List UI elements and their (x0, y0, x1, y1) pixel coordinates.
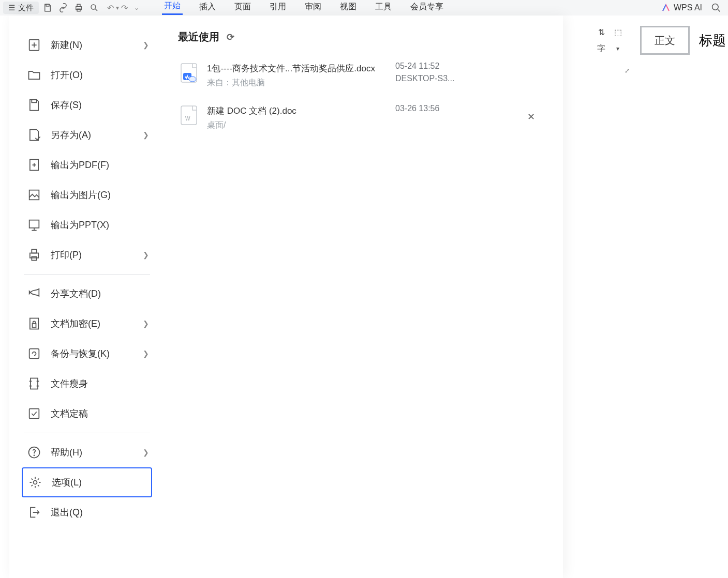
svg-rect-13 (32, 257, 36, 261)
sidebar-item-label: 新建(N) (51, 39, 82, 51)
top-toolbar: ☰ 文件 ↶ ▾ ↷ ⌄ 开始 插入 页面 引用 审阅 视图 工具 会员专享 W… (0, 0, 728, 16)
tab-view[interactable]: 视图 (338, 2, 359, 14)
menu-divider (24, 433, 150, 433)
sidebar-item-new[interactable]: 新建(N) ❯ (22, 30, 152, 60)
undo-dropdown[interactable]: ▾ (116, 4, 119, 11)
sidebar-item-label: 保存(S) (51, 99, 82, 111)
sidebar-item-label: 帮助(H) (51, 446, 82, 459)
toolbar-customize-dropdown[interactable]: ⌄ (134, 4, 139, 11)
chevron-right-icon: ❯ (143, 320, 149, 328)
wps-ai-logo-icon (661, 3, 671, 12)
tab-reference[interactable]: 引用 (268, 2, 288, 14)
sidebar-item-label: 另存为(A) (51, 129, 91, 141)
hamburger-icon: ☰ (8, 3, 15, 12)
sidebar-item-exit[interactable]: 退出(Q) (22, 497, 152, 527)
recent-title: 最近使用 (178, 30, 219, 44)
file-menu-panel: 新建(N) ❯ 打开(O) 保存(S) 另存为(A) ❯ 输出为PDF(F) 输… (9, 16, 563, 578)
svg-point-20 (34, 455, 34, 455)
sidebar-item-label: 输出为PPT(X) (51, 219, 109, 231)
file-name: 1包----商务技术文件...节活动奖品供应.docx (207, 63, 375, 74)
tab-page[interactable]: 页面 (232, 2, 253, 14)
file-menu-button[interactable]: ☰ 文件 (3, 2, 39, 14)
checkmark-doc-icon (27, 406, 41, 421)
sidebar-item-saveas[interactable]: 另存为(A) ❯ (22, 120, 152, 150)
sidebar-item-image[interactable]: 输出为图片(G) (22, 180, 152, 210)
sidebar-item-slim[interactable]: 文件瘦身 (22, 369, 152, 399)
menu-divider (24, 274, 150, 275)
sidebar-item-label: 打开(O) (51, 69, 83, 81)
file-slim-icon (27, 376, 41, 391)
svg-rect-9 (29, 190, 39, 200)
file-name: 新建 DOC 文档 (2).doc (207, 105, 296, 117)
print-preview-icon[interactable] (87, 1, 101, 14)
save-as-icon (27, 128, 41, 142)
help-icon (27, 445, 41, 460)
svg-rect-0 (46, 4, 49, 6)
chevron-right-icon: ❯ (143, 41, 149, 49)
file-menu-label: 文件 (18, 3, 34, 13)
share-arrow-icon (27, 286, 41, 301)
svg-rect-25 (181, 106, 197, 125)
lock-icon (27, 316, 41, 331)
sidebar-item-finalize[interactable]: 文档定稿 (22, 399, 152, 429)
file-device: DESKTOP-S3... (395, 74, 454, 83)
tab-member[interactable]: 会员专享 (408, 2, 445, 14)
wps-ai-button[interactable]: WPS AI (661, 3, 702, 12)
sort-icon[interactable]: ⇅ (596, 26, 607, 38)
share-icon[interactable] (56, 1, 70, 14)
svg-point-21 (34, 481, 37, 484)
sidebar-item-open[interactable]: 打开(O) (22, 60, 152, 90)
sidebar-item-label: 退出(Q) (51, 506, 83, 519)
recent-files-panel: 最近使用 ⟳ 1包----商务技术文件...节活动奖品供应.docx 来自：其他… (165, 16, 563, 578)
sidebar-item-share[interactable]: 分享文档(D) (22, 279, 152, 309)
chinese-layout-icon[interactable]: 字 (596, 43, 607, 54)
svg-point-4 (91, 5, 96, 9)
save-icon[interactable] (41, 1, 54, 14)
svg-rect-3 (77, 9, 80, 11)
style-heading[interactable]: 标题 (699, 32, 726, 50)
sidebar-item-help[interactable]: 帮助(H) ❯ (22, 437, 152, 467)
doc-icon: W (180, 105, 198, 126)
file-source: 来自：其他电脑 (207, 78, 375, 88)
file-source: 桌面/ (207, 120, 296, 131)
sidebar-item-save[interactable]: 保存(S) (22, 90, 152, 120)
tab-review[interactable]: 审阅 (303, 2, 323, 14)
svg-rect-15 (33, 324, 36, 327)
chevron-right-icon: ❯ (143, 251, 149, 259)
export-pdf-icon (27, 158, 41, 172)
recent-file-item[interactable]: W 新建 DOC 文档 (2).doc 桌面/ 03-26 13:56 ✕ (178, 102, 549, 134)
sidebar-item-print[interactable]: 打印(P) ❯ (22, 240, 152, 270)
sidebar-item-label: 分享文档(D) (51, 287, 101, 300)
tab-start[interactable]: 开始 (162, 1, 183, 15)
new-file-icon (27, 38, 41, 52)
style-normal[interactable]: 正文 (640, 26, 690, 55)
sidebar-item-pdf[interactable]: 输出为PDF(F) (22, 150, 152, 180)
refresh-icon[interactable]: ⟳ (227, 32, 234, 43)
undo-icon[interactable]: ↶ (106, 3, 115, 13)
svg-rect-2 (77, 4, 80, 7)
save-disk-icon (27, 98, 41, 112)
tab-insert[interactable]: 插入 (197, 2, 218, 14)
chinese-layout-dropdown[interactable]: ▾ (612, 43, 623, 54)
tab-tools[interactable]: 工具 (373, 2, 394, 14)
sidebar-item-backup[interactable]: 备份与恢复(K) ❯ (22, 339, 152, 369)
sidebar-item-ppt[interactable]: 输出为PPT(X) (22, 210, 152, 240)
sidebar-item-label: 选项(L) (52, 476, 82, 489)
sidebar-item-label: 输出为图片(G) (51, 189, 111, 201)
sidebar-item-options[interactable]: 选项(L) (22, 467, 152, 497)
file-menu-sidebar: 新建(N) ❯ 打开(O) 保存(S) 另存为(A) ❯ 输出为PDF(F) 输… (9, 16, 165, 578)
search-icon[interactable] (709, 1, 723, 14)
svg-rect-18 (29, 409, 39, 419)
ribbon-expand-icon[interactable]: ⤢ (625, 67, 630, 74)
selection-pane-icon[interactable]: ⬚ (612, 26, 623, 38)
chevron-right-icon: ❯ (143, 131, 149, 139)
redo-icon[interactable]: ↷ (120, 3, 129, 13)
export-image-icon (27, 188, 41, 202)
sidebar-item-label: 文档加密(E) (51, 317, 100, 330)
sidebar-item-encrypt[interactable]: 文档加密(E) ❯ (22, 309, 152, 339)
print-icon[interactable] (72, 1, 85, 14)
remove-recent-icon[interactable]: ✕ (527, 111, 535, 123)
sidebar-item-label: 输出为PDF(F) (51, 159, 109, 171)
svg-text:W: W (185, 116, 190, 121)
recent-file-item[interactable]: 1包----商务技术文件...节活动奖品供应.docx 来自：其他电脑 05-2… (178, 59, 549, 92)
